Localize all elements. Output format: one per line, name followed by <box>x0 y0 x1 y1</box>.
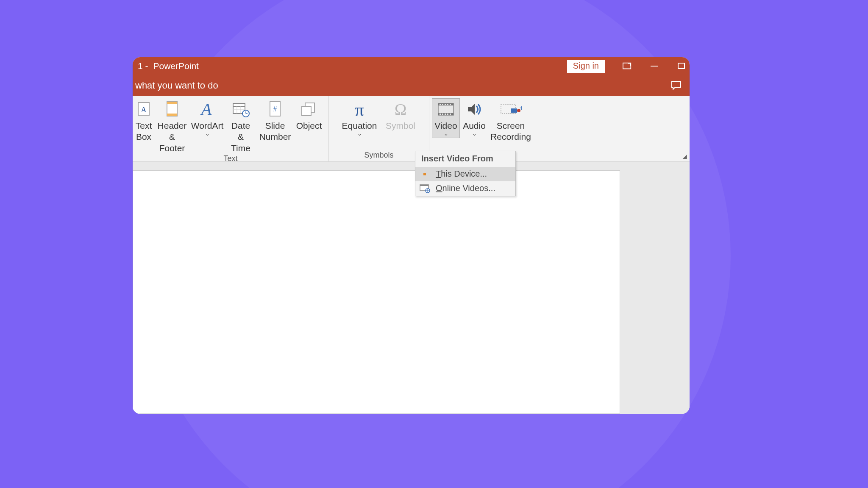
ribbon-group-text: A Text Box Header & Footer A Wor <box>133 96 329 161</box>
screen-recording-label-2: Recording <box>490 131 531 142</box>
wordart-button[interactable]: A WordArt ⌄ <box>189 98 225 138</box>
object-icon <box>300 100 318 119</box>
collapse-ribbon-icon[interactable]: ◢ <box>682 153 687 160</box>
date-time-label-2: Time <box>231 143 250 154</box>
window-controls: Sign in <box>567 57 686 75</box>
doc-title-fragment: 1 - <box>138 61 151 71</box>
header-footer-button[interactable]: Header & Footer <box>155 98 189 154</box>
title-text: 1 - PowerPoint <box>137 61 199 71</box>
video-dropdown-title: Insert Video From <box>415 151 515 167</box>
svg-rect-30 <box>450 104 451 105</box>
title-bar: 1 - PowerPoint Sign in <box>133 57 690 75</box>
svg-rect-42 <box>420 185 428 186</box>
object-button[interactable]: Object <box>294 98 324 132</box>
ribbon-group-symbols: π Equation ⌄ Ω Symbol Symbols <box>329 96 429 161</box>
header-footer-icon <box>165 100 179 119</box>
minimize-icon[interactable] <box>650 61 659 71</box>
slide-number-label-2: Number <box>259 131 291 142</box>
wordart-icon: A <box>199 100 216 119</box>
screen-recording-button[interactable]: + Screen Recording <box>489 98 533 143</box>
chevron-down-icon: ⌄ <box>472 130 477 137</box>
date-time-button[interactable]: Date & Time <box>225 98 256 154</box>
svg-rect-20 <box>302 106 311 116</box>
text-box-icon: A <box>136 100 151 119</box>
svg-rect-2 <box>678 63 684 69</box>
screen-recording-label-1: Screen <box>497 120 525 131</box>
slide-number-label-1: Slide <box>265 120 285 131</box>
sign-in-button[interactable]: Sign in <box>567 60 605 73</box>
equation-icon: π <box>350 100 369 119</box>
ribbon-display-options-icon[interactable] <box>623 61 632 71</box>
text-box-label-2: Box <box>136 131 151 142</box>
screen-recording-icon: + <box>499 100 522 119</box>
object-label: Object <box>296 120 322 131</box>
svg-rect-34 <box>447 114 448 115</box>
symbol-icon: Ω <box>391 100 410 119</box>
slide-canvas[interactable] <box>133 170 620 414</box>
group-label-symbols: Symbols <box>329 151 429 161</box>
svg-rect-31 <box>440 114 441 115</box>
svg-rect-29 <box>447 104 448 105</box>
header-footer-label-2: & Footer <box>158 131 186 154</box>
symbol-label: Symbol <box>386 120 415 131</box>
menu-item-online-videos[interactable]: Online Videos... <box>415 181 515 196</box>
maximize-icon[interactable] <box>677 61 686 71</box>
tell-me-placeholder: what you want to do <box>135 80 218 91</box>
menu-item-online-videos-label: Online Videos... <box>436 183 495 193</box>
symbol-button[interactable]: Ω Symbol <box>382 98 419 132</box>
date-time-label-1: Date & <box>228 120 253 143</box>
audio-label: Audio <box>463 120 486 131</box>
menu-item-this-device[interactable]: This Device... <box>415 167 515 181</box>
comments-icon[interactable] <box>671 80 682 93</box>
workspace <box>133 162 690 414</box>
svg-text:π: π <box>355 100 364 118</box>
svg-rect-0 <box>623 63 631 69</box>
svg-rect-7 <box>167 114 177 116</box>
video-button[interactable]: Video ⌄ <box>432 98 460 138</box>
equation-button[interactable]: π Equation ⌄ <box>339 98 380 138</box>
svg-rect-40 <box>423 173 426 175</box>
video-dropdown: Insert Video From This Device... Online … <box>415 151 516 196</box>
svg-text:A: A <box>141 105 147 114</box>
svg-text:#: # <box>273 105 277 113</box>
equation-label: Equation <box>342 120 377 131</box>
app-name: PowerPoint <box>153 61 199 71</box>
slide-number-icon: # <box>268 100 282 119</box>
svg-text:Ω: Ω <box>395 100 406 118</box>
text-box-label-1: Text <box>136 120 152 131</box>
svg-rect-37 <box>511 108 517 113</box>
svg-rect-27 <box>442 104 443 105</box>
svg-rect-32 <box>442 114 443 115</box>
video-icon <box>437 100 455 119</box>
video-label: Video <box>434 120 457 131</box>
svg-rect-33 <box>445 114 446 115</box>
chevron-down-icon: ⌄ <box>444 130 448 137</box>
svg-rect-6 <box>167 102 177 104</box>
slide-number-button[interactable]: # Slide Number <box>256 98 294 143</box>
powerpoint-window: 1 - PowerPoint Sign in what you want to … <box>133 57 690 414</box>
text-box-button[interactable]: A Text Box <box>133 98 155 143</box>
header-footer-label-1: Header <box>158 120 187 131</box>
svg-text:+: + <box>520 104 522 111</box>
svg-rect-35 <box>450 114 451 115</box>
svg-text:A: A <box>200 101 212 118</box>
ribbon: A Text Box Header & Footer A Wor <box>133 96 690 162</box>
chevron-down-icon: ⌄ <box>205 130 210 137</box>
wordart-label: WordArt <box>191 120 224 131</box>
menu-item-this-device-label: This Device... <box>436 169 487 179</box>
online-video-icon <box>420 184 430 193</box>
audio-button[interactable]: Audio ⌄ <box>460 98 489 138</box>
bullet-icon <box>420 170 430 178</box>
date-time-icon <box>231 100 250 119</box>
tell-me-bar[interactable]: what you want to do <box>133 75 690 96</box>
chevron-down-icon: ⌄ <box>357 130 362 137</box>
svg-rect-26 <box>440 104 441 105</box>
audio-icon <box>465 100 483 119</box>
svg-rect-28 <box>445 104 446 105</box>
